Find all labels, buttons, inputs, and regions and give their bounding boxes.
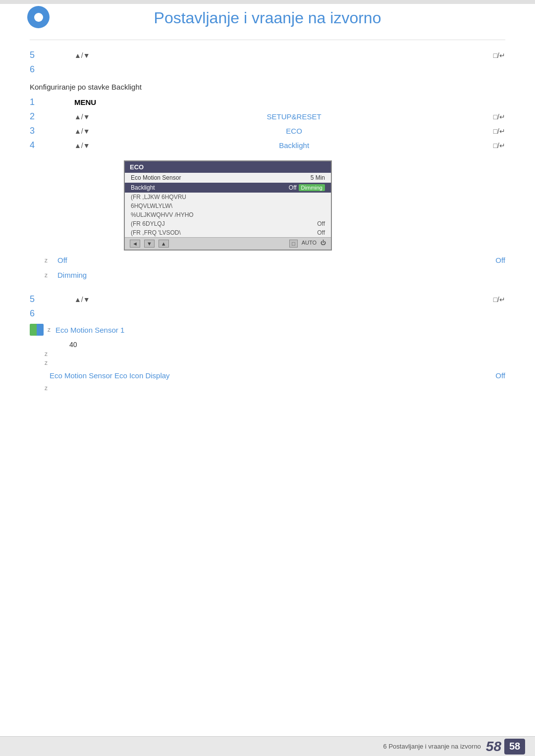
menu-step-4: 4 ▲/▼ Backlight □/↵ bbox=[30, 140, 505, 151]
z-row-2: z bbox=[45, 359, 505, 366]
eco-sensor-z: z bbox=[48, 326, 51, 333]
osd-row-1-label: Eco Motion Sensor bbox=[131, 174, 181, 181]
osd-row-1: Eco Motion Sensor 5 Min bbox=[125, 173, 331, 183]
step-icon-5-bottom: ▲/▼ bbox=[74, 296, 90, 303]
osd-row-1-value: 5 Min bbox=[311, 174, 325, 181]
step-icon-2: ▲/▼ bbox=[74, 113, 90, 121]
osd-footer: ◄ ▼ ▲ □ AUTO ⏻ bbox=[125, 237, 331, 250]
osd-screen: ECO Eco Motion Sensor 5 Min Backlight Of… bbox=[124, 160, 332, 251]
osd-row-7: (FR ,FRQ 'LVSOD\ Off bbox=[125, 228, 331, 237]
step-label-2: SETUP&RESET bbox=[95, 112, 493, 121]
step-button-5-top: □/↵ bbox=[493, 51, 505, 59]
osd-row-5-label: %ULJKWQHVV /HYHO bbox=[131, 211, 194, 218]
top-stripe bbox=[0, 0, 535, 4]
osd-row-2: Backlight Off Dimming bbox=[125, 183, 331, 193]
osd-row-2-values: Off Dimming bbox=[289, 184, 325, 191]
osd-row-4: 6HQVLWLYLW\ bbox=[125, 202, 331, 210]
osd-row-3: (FR ,LJKW 6HQVRU bbox=[125, 193, 331, 202]
menu-step-1: 1 MENU bbox=[30, 97, 505, 107]
eco-sensor-label: Eco Motion Sensor 1 bbox=[55, 326, 124, 334]
step-button-4: □/↵ bbox=[493, 142, 505, 150]
step-num-6-top: 6 bbox=[30, 64, 45, 75]
osd-row-7-value: Off bbox=[317, 229, 325, 236]
step-num-2: 2 bbox=[30, 111, 45, 122]
osd-row-6-value: Off bbox=[317, 220, 325, 227]
osd-row-2-label: Backlight bbox=[131, 184, 155, 191]
osd-nav-auto: AUTO bbox=[302, 240, 317, 248]
top-divider bbox=[30, 40, 505, 40]
step-label-3: ECO bbox=[95, 127, 493, 135]
eco-display-row: Eco Motion Sensor Eco Icon Display Off bbox=[30, 371, 505, 380]
step-label-4: Backlight bbox=[95, 141, 493, 150]
eco-sensor-indent: 40 bbox=[69, 341, 505, 349]
eco-display-value: Off bbox=[495, 371, 505, 380]
osd-nav-power: ⏻ bbox=[321, 240, 326, 248]
result-dimming-row: z Dimming bbox=[30, 271, 87, 279]
result-dimming-value: Dimming bbox=[57, 271, 87, 279]
step-icon-5-top: ▲/▼ bbox=[74, 51, 90, 59]
section-heading: Konfiguriranje po stavke Backlight bbox=[30, 83, 505, 91]
step-num-1: 1 bbox=[30, 97, 45, 107]
step-num-6-bottom: 6 bbox=[30, 308, 45, 319]
result-off-row: z Off Off bbox=[30, 256, 505, 264]
osd-row-6: (FR 6DYLQJ Off bbox=[125, 219, 331, 228]
footer-text: 6 Postavljanje i vraanje na izvorno bbox=[383, 743, 481, 750]
osd-row-5: %ULJKWQHVV /HYHO bbox=[125, 210, 331, 219]
step-button-3: □/↵ bbox=[493, 127, 505, 135]
osd-title: ECO bbox=[125, 161, 331, 173]
z-row-3: z bbox=[45, 385, 505, 392]
step-num-3: 3 bbox=[30, 126, 45, 136]
osd-nav-down: ▼ bbox=[144, 240, 155, 248]
osd-row-2-off: Off bbox=[289, 184, 297, 191]
eco-display-label: Eco Motion Sensor Eco Icon Display bbox=[50, 371, 170, 380]
eco-sensor-row: z Eco Motion Sensor 1 bbox=[30, 324, 505, 336]
osd-footer-nav: ◄ ▼ ▲ bbox=[130, 240, 169, 248]
osd-row-6-label: (FR 6DYLQJ bbox=[131, 220, 165, 227]
result-z-dimming: z bbox=[45, 272, 48, 279]
osd-container: ECO Eco Motion Sensor 5 Min Backlight Of… bbox=[30, 160, 505, 294]
menu-step-2: 2 ▲/▼ SETUP&RESET □/↵ bbox=[30, 111, 505, 122]
menu-step-3: 3 ▲/▼ ECO □/↵ bbox=[30, 126, 505, 136]
step-label-menu: MENU bbox=[74, 98, 96, 106]
osd-row-4-label: 6HQVLWLYLW\ bbox=[131, 202, 172, 209]
step-icon-3: ▲/▼ bbox=[74, 127, 90, 135]
footer-badge: 58 bbox=[504, 739, 525, 755]
osd-footer-right: □ AUTO ⏻ bbox=[289, 240, 326, 248]
osd-nav-up: ▲ bbox=[159, 240, 169, 248]
osd-nav-left: ◄ bbox=[130, 240, 140, 248]
step-num-5-top: 5 bbox=[30, 50, 45, 60]
step-row-5-bottom: 5 ▲/▼ □/↵ bbox=[30, 294, 505, 304]
step-row-5-top: 5 ▲/▼ □/↵ bbox=[30, 50, 505, 60]
step-num-5-bottom: 5 bbox=[30, 294, 45, 304]
bookmark-icon bbox=[30, 324, 44, 336]
osd-row-7-label: (FR ,FRQ 'LVSOD\ bbox=[131, 229, 181, 236]
result-off-right: Off bbox=[495, 256, 505, 264]
step-row-6-bottom: 6 bbox=[30, 308, 505, 319]
osd-nav-enter: □ bbox=[289, 240, 298, 248]
step-button-2: □/↵ bbox=[493, 113, 505, 121]
step-button-5-bottom: □/↵ bbox=[493, 296, 505, 303]
step-row-6-top: 6 bbox=[30, 64, 505, 75]
result-z-off: z bbox=[45, 257, 48, 264]
page-footer: 6 Postavljanje i vraanje na izvorno 58 5… bbox=[0, 736, 535, 756]
step-num-4: 4 bbox=[30, 140, 45, 151]
z-row-1: z bbox=[45, 351, 505, 357]
result-off-left: Off bbox=[57, 256, 67, 264]
step-icon-4: ▲/▼ bbox=[74, 142, 90, 150]
page-title: Postavljanje i vraanje na izvorno bbox=[0, 9, 535, 27]
osd-row-3-label: (FR ,LJKW 6HQVRU bbox=[131, 194, 186, 201]
osd-row-2-dimming: Dimming bbox=[299, 184, 325, 191]
footer-page-number: 58 bbox=[486, 739, 501, 755]
